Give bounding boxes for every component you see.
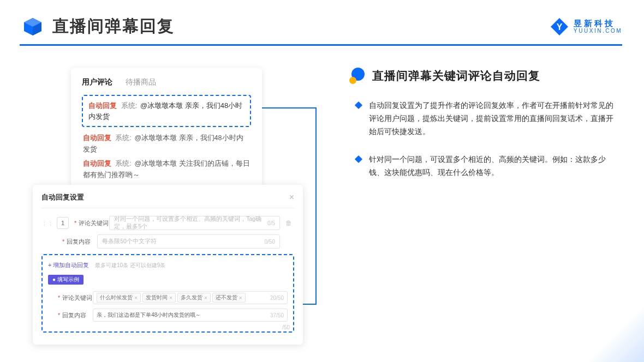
auto-reply-tag: 自动回复 (83, 160, 111, 167)
row-number: 1 (57, 217, 69, 229)
tab-user-comments[interactable]: 用户评论 (82, 77, 112, 87)
required-dot: * (58, 294, 60, 301)
keyword-input[interactable]: 对同一个问题，可设置多个相近、高频的关键词，Tag确定，最多5个 0/5 (109, 216, 280, 230)
keyword-label: 评论关键词 (79, 219, 109, 227)
placeholder: 每条限50个中文字符 (102, 238, 157, 245)
tab-pending-goods[interactable]: 待播商品 (126, 77, 156, 87)
left-column: 用户评论 待播商品 自动回复 系统: @冰墩墩本墩 亲亲，我们48小时内发货 自… (33, 68, 317, 195)
diamond-icon (355, 101, 362, 109)
keyword-tag[interactable]: 多久发货× (177, 293, 211, 303)
form-row-content: * 回复内容 每条限50个中文字符 0/50 🗑 (41, 234, 294, 249)
content-input[interactable]: 每条限50个中文字符 0/50 (97, 234, 280, 249)
example-keyword-input[interactable]: 什么时候发货× 发货时间× 多久发货× 还不发货× 20/50 (93, 291, 288, 304)
bullet-text: 针对同一个问题，可设置多个相近的、高频的关键词。例如：这款多少钱、这块能优惠吗、… (369, 153, 617, 179)
reply-line: 自动回复 系统: @冰墩墩本墩 亲亲，我们48小时内发货 (83, 132, 250, 156)
system-tag: 系统: (115, 134, 131, 142)
bullet-item: 自动回复设置为了提升作者的评论回复效率，作者可在开播前针对常见的评论用户问题，提… (349, 99, 622, 138)
char-count: 37/50 (270, 312, 284, 318)
bullet-text: 自动回复设置为了提升作者的评论回复效率，作者可在开播前针对常见的评论用户问题，提… (369, 99, 617, 138)
logo-cn: 昱新科技 (574, 19, 622, 28)
example-row-content: * 回复内容 亲，我们这边都是下单48小时内发货的哦～ 37/50 (48, 309, 288, 322)
comments-panel: 用户评论 待播商品 自动回复 系统: @冰墩墩本墩 亲亲，我们48小时内发货 自… (71, 68, 262, 195)
tabs: 用户评论 待播商品 (82, 77, 251, 87)
char-count: 0/5 (267, 220, 275, 226)
system-tag: 系统: (115, 160, 131, 167)
example-badge: ● 填写示例 (48, 275, 84, 285)
corner-decoration (568, 307, 644, 362)
char-count: 0/50 (265, 239, 275, 245)
system-tag: 系统: (121, 101, 138, 110)
close-icon[interactable]: × (289, 192, 294, 202)
section-title: 直播间弹幕关键词评论自动回复 (372, 68, 540, 83)
form-row-keyword: ⋮⋮ 1 * 评论关键词 对同一个问题，可设置多个相近、高频的关键词，Tag确定… (41, 216, 294, 230)
overflow-count: /50 (282, 324, 290, 330)
diamond-icon (355, 155, 362, 163)
connector-line (261, 107, 317, 108)
bullet-item: 针对同一个问题，可设置多个相近的、高频的关键词。例如：这款多少钱、这块能优惠吗、… (349, 153, 622, 179)
cube-icon (22, 16, 44, 38)
auto-reply-settings-modal: 自动回复设置 × ⋮⋮ 1 * 评论关键词 对同一个问题，可设置多个相近、高频的… (33, 185, 303, 345)
required-dot: * (74, 220, 76, 226)
ex-content-label: 回复内容 (62, 311, 93, 319)
auto-reply-tag: 自动回复 (88, 101, 117, 110)
content-label: 回复内容 (67, 238, 97, 246)
char-count: 20/50 (270, 295, 284, 301)
page-title: 直播间弹幕回复 (52, 15, 175, 38)
auto-reply-tag: 自动回复 (83, 134, 111, 142)
modal-title: 自动回复设置 (41, 192, 84, 202)
add-and-example-section: + 增加自动回复 最多可建10条 还可以创建9条 ● 填写示例 * 评论关键词 … (41, 254, 294, 333)
svg-text:Y: Y (557, 22, 563, 32)
logo-en: YUUXIN.COM (574, 28, 622, 34)
example-row-keyword: * 评论关键词 什么时候发货× 发货时间× 多久发货× 还不发货× 20/50 (48, 291, 288, 304)
ex-keyword-label: 评论关键词 (62, 294, 93, 302)
highlighted-reply: 自动回复 系统: @冰墩墩本墩 亲亲，我们48小时内发货 (82, 95, 251, 127)
slide-header: 直播间弹幕回复 Y 昱新科技 YUUXIN.COM (0, 0, 644, 44)
logo-mark-icon: Y (550, 17, 569, 37)
reply-line: 自动回复 系统: @冰墩墩本墩 关注我们的店铺，每日都有热门推荐哟～ (83, 158, 250, 182)
add-hint: 最多可建10条 还可以创建9条 (95, 262, 165, 268)
add-auto-reply-link[interactable]: + 增加自动回复 (48, 262, 89, 268)
brand-logo: Y 昱新科技 YUUXIN.COM (550, 17, 622, 37)
section-heading: 直播间弹幕关键词评论自动回复 (349, 68, 622, 84)
keyword-tag[interactable]: 什么时候发货× (97, 293, 141, 303)
example-content-text: 亲，我们这边都是下单48小时内发货的哦～ (97, 311, 201, 319)
example-content-input[interactable]: 亲，我们这边都是下单48小时内发货的哦～ 37/50 (93, 309, 288, 322)
connector-line (315, 107, 317, 305)
required-dot: * (58, 312, 60, 318)
bubble-icon (349, 68, 366, 84)
keyword-tag[interactable]: 还不发货× (212, 293, 246, 303)
drag-handle-icon[interactable]: ⋮⋮ (41, 220, 53, 227)
delete-icon[interactable]: 🗑 (283, 219, 294, 227)
required-dot: * (62, 238, 64, 245)
right-column: 直播间弹幕关键词评论自动回复 自动回复设置为了提升作者的评论回复效率，作者可在开… (317, 68, 622, 195)
keyword-tag[interactable]: 发货时间× (142, 293, 176, 303)
placeholder: 对同一个问题，可设置多个相近、高频的关键词，Tag确定，最多5个 (114, 215, 267, 231)
